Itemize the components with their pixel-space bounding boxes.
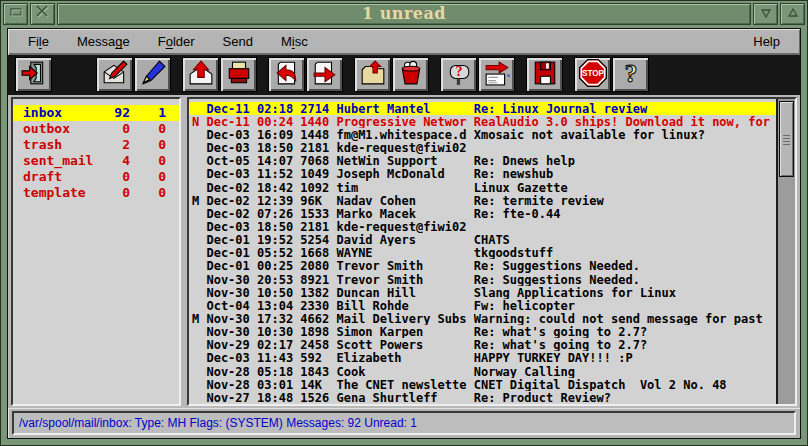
folder-row-inbox[interactable]: inbox921 [13,105,179,121]
message-row[interactable]: Dec-0119:525254David AyersCHATS [189,233,776,246]
message-subject [474,220,776,233]
window-title: 1 unread [57,3,751,25]
message-date: Dec-11 [206,102,257,115]
edit-button[interactable] [134,57,171,92]
message-row[interactable]: Dec-0105:521668WAYNEtkgoodstuff [189,246,776,259]
folder-row-template[interactable]: template00 [13,185,179,201]
message-size: 1533 [300,207,336,220]
triangle-up-icon [786,5,800,23]
folder-unread-count: 0 [130,137,166,152]
message-row[interactable]: Dec-0316:091448fm@M1.whitespace.dXmosaic… [189,128,776,141]
folder-unread-count: 0 [130,121,166,136]
message-time: 00:24 [257,115,300,128]
message-row[interactable]: Nov-2902:172458Scott PowersRe: what's go… [189,338,776,351]
message-subject: Linux Gazette [474,181,776,194]
menu-message[interactable]: Message [63,34,144,49]
message-row[interactable]: Nov-3010:501382Duncan HillSlang Applicat… [189,286,776,299]
message-time: 12:39 [257,194,300,207]
message-subject: HAPPY TURKEY DAY!!! :P [474,351,776,364]
message-row[interactable]: MNov-3017:324662Mail Delivery SubsWarnin… [189,312,776,325]
message-row[interactable]: Oct-0413:042330Bill RohdeFw: helicopter [189,299,776,312]
message-row[interactable]: MDec-0212:3996KNadav CohenRe: termite re… [189,194,776,207]
message-row[interactable]: Dec-0311:521049Joseph McDonaldRe: newshu… [189,167,776,180]
forward-button[interactable] [306,57,343,92]
stop-button[interactable]: STOP [574,57,611,92]
message-row[interactable]: Nov-3010:301898Simon KarpenRe: what's go… [189,325,776,338]
message-row[interactable]: Dec-0218:421092timLinux Gazette [189,181,776,194]
vertical-scrollbar[interactable] [776,99,795,404]
help-button[interactable]: ? [612,57,649,92]
save-button[interactable] [526,57,563,92]
message-flag [192,220,206,233]
message-size: 2714 [300,102,336,115]
message-subject: Re: Linux Journal review [474,102,776,115]
menu-bar: FileMessageFolderSendMisc Help [8,29,800,55]
message-from: Cook [336,365,473,378]
folder-name: outbox [23,121,94,136]
folder-row-sent_mail[interactable]: sent_mail40 [13,153,179,169]
status-bar: /var/spool/mail/inbox: Type: MH Flags: (… [8,408,800,438]
exit-button[interactable] [15,57,52,92]
message-row[interactable]: Dec-1102:182714Hubert MantelRe: Linux Jo… [189,102,776,115]
close-button[interactable] [30,3,55,25]
shade-button[interactable] [753,3,778,25]
message-row[interactable]: Nov-3020:538921Trevor SmithRe: Suggestio… [189,273,776,286]
message-date: Oct-05 [206,154,257,167]
message-row[interactable]: Dec-0318:502181kde-request@fiwi02 [189,141,776,154]
message-row[interactable]: Oct-0514:077068NetWin SupportRe: Dnews h… [189,154,776,167]
menu-send[interactable]: Send [209,34,267,49]
message-from: Scott Powers [336,338,473,351]
folder-unread-count: 0 [130,169,166,184]
message-row[interactable]: Nov-2803:0114KThe CNET newsletteCNET Dig… [189,378,776,391]
menu-folder[interactable]: Folder [144,34,209,49]
reply-button[interactable] [268,57,305,92]
message-flag [192,181,206,194]
message-time: 02:18 [257,102,300,115]
message-row[interactable]: Dec-0311:43592ElizabethHAPPY TURKEY DAY!… [189,351,776,364]
menu-misc[interactable]: Misc [267,34,322,49]
print-button[interactable] [220,57,257,92]
scrollbar-thumb[interactable] [779,101,794,177]
message-row[interactable]: Nov-2718:481526Gena ShurtleffRe: Product… [189,391,776,404]
message-time: 20:53 [257,273,300,286]
message-list: Dec-1102:182714Hubert MantelRe: Linux Jo… [189,99,776,404]
message-date: Dec-02 [206,207,257,220]
folder-name: template [23,185,94,200]
message-size: 1440 [300,115,336,128]
triangle-down-icon [759,5,773,23]
message-date: Nov-30 [206,286,257,299]
message-from: Nadav Cohen [336,194,473,207]
message-row[interactable]: Dec-0100:252080Trevor SmithRe: Suggestio… [189,259,776,272]
folder-row-trash[interactable]: trash20 [13,137,179,153]
delete-button[interactable] [392,57,429,92]
exit-icon [21,60,47,90]
message-date: Dec-03 [206,167,257,180]
iconify-button[interactable] [3,3,28,25]
message-subject: Norway Calling [474,365,776,378]
message-from: Hubert Mantel [336,102,473,115]
message-row[interactable]: Dec-0207:261533Marko MacekRe: fte-0.44 [189,207,776,220]
message-from: Bill Rohde [336,299,473,312]
message-from: Progressive Networ [336,115,473,128]
message-row[interactable]: NDec-1100:241440Progressive NetworRealAu… [189,115,776,128]
menu-file[interactable]: File [14,34,63,49]
folder-total-count: 0 [94,185,130,200]
folder-row-draft[interactable]: draft00 [13,169,179,185]
message-flag [192,102,206,115]
move-to-folder-button[interactable] [354,57,391,92]
message-date: Dec-11 [206,115,257,128]
receive-button[interactable] [182,57,219,92]
message-subject: Re: Suggestions Needed. [474,273,776,286]
check-mail-button[interactable]: ? [440,57,477,92]
message-row[interactable]: Dec-0318:502181kde-request@fiwi02 [189,220,776,233]
folder-row-outbox[interactable]: outbox00 [13,121,179,137]
message-date: Oct-04 [206,299,257,312]
send-queued-button[interactable]: * [478,57,515,92]
message-date: Dec-01 [206,246,257,259]
message-date: Nov-30 [206,273,257,286]
maximize-button[interactable] [780,3,805,25]
message-row[interactable]: Nov-2805:181843CookNorway Calling [189,365,776,378]
compose-button[interactable] [96,57,133,92]
toolbar-group [268,57,344,92]
menu-help[interactable]: Help [739,34,794,49]
